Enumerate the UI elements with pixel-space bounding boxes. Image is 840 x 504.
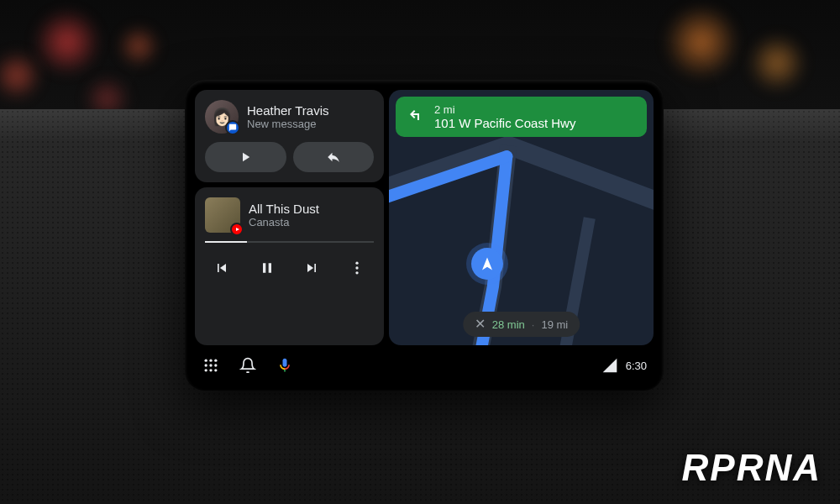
svg-point-1 — [355, 266, 358, 269]
svg-point-7 — [209, 364, 212, 366]
messages-icon — [225, 120, 240, 135]
media-player-card[interactable]: All This Dust Canasta — [195, 187, 384, 345]
message-notification-card[interactable]: 👩🏻 Heather Travis New message — [195, 90, 384, 182]
track-artist: Canasta — [249, 216, 374, 228]
system-bar: 6:30 — [195, 345, 654, 381]
android-auto-screen: 👩🏻 Heather Travis New message — [185, 80, 664, 391]
svg-point-3 — [205, 360, 207, 362]
svg-point-2 — [355, 271, 358, 274]
voice-assistant-button[interactable] — [276, 356, 294, 375]
eta-distance: 19 mi — [541, 318, 568, 331]
playback-progress[interactable] — [205, 241, 374, 243]
next-track-button[interactable] — [297, 253, 327, 283]
svg-point-5 — [214, 360, 217, 362]
pause-button[interactable] — [252, 253, 282, 283]
youtube-music-icon — [230, 223, 244, 236]
more-options-button[interactable] — [342, 253, 372, 283]
reply-button[interactable] — [293, 142, 375, 172]
navigation-distance: 2 mi — [434, 103, 637, 116]
current-location-marker — [471, 248, 503, 280]
navigation-map[interactable]: 2 mi 101 W Pacific Coast Hwy ✕ 28 min · … — [389, 90, 654, 345]
turn-left-icon — [406, 105, 426, 129]
svg-point-9 — [205, 369, 207, 371]
svg-point-8 — [214, 364, 217, 366]
clock: 6:30 — [626, 360, 647, 372]
notifications-button[interactable] — [239, 356, 257, 375]
navigation-direction-banner[interactable]: 2 mi 101 W Pacific Coast Hwy — [396, 97, 647, 137]
close-icon[interactable]: ✕ — [475, 318, 486, 331]
eta-time: 28 min — [492, 318, 525, 331]
svg-point-11 — [214, 369, 217, 371]
track-title: All This Dust — [249, 202, 374, 216]
album-art — [205, 197, 240, 233]
svg-point-4 — [209, 360, 212, 362]
signal-icon — [601, 356, 619, 375]
navigation-road-name: 101 W Pacific Coast Hwy — [434, 116, 637, 130]
previous-track-button[interactable] — [207, 253, 237, 283]
play-message-button[interactable] — [205, 142, 286, 172]
eta-summary-pill[interactable]: ✕ 28 min · 19 mi — [463, 312, 580, 337]
watermark-corner: RPRNA — [682, 447, 822, 489]
svg-point-6 — [205, 364, 207, 366]
svg-point-10 — [209, 369, 212, 371]
app-launcher-button[interactable] — [202, 356, 220, 375]
message-sender: Heather Travis — [247, 103, 374, 118]
avatar: 👩🏻 — [205, 100, 239, 134]
svg-point-0 — [355, 262, 358, 265]
message-subtitle: New message — [247, 118, 374, 130]
